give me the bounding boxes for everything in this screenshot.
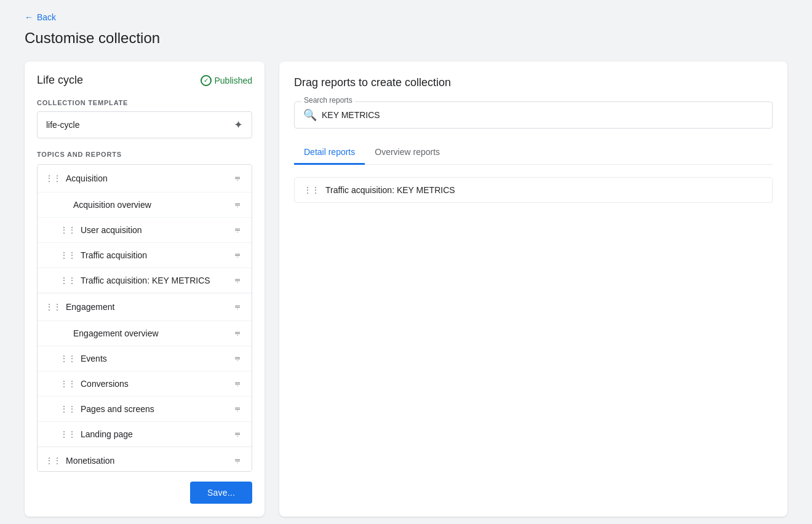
remove-btn-acq-overview[interactable]: ⩦ <box>229 197 244 212</box>
drag-handle-pages-screens[interactable]: ⋮⋮ <box>60 404 76 414</box>
drag-handle-engagement[interactable]: ⋮⋮ <box>45 302 61 312</box>
remove-btn-conversions[interactable]: ⩦ <box>229 376 244 391</box>
sub-row-landing-page[interactable]: ⋮⋮ Landing page ⩦ <box>38 421 252 447</box>
sub-name-conversions: Conversions <box>81 379 229 389</box>
sub-row-acq-overview[interactable]: Acquisition overview ⩦ <box>38 192 252 217</box>
topic-group-acquisition: ⋮⋮ Acquisition ⩦ Acquisition overview ⩦ … <box>38 165 252 293</box>
remove-btn-monetisation[interactable]: ⩦ <box>229 453 244 468</box>
sub-row-pages-screens[interactable]: ⋮⋮ Pages and screens ⩦ <box>38 396 252 421</box>
sub-name-events: Events <box>81 354 229 363</box>
topic-name-acquisition: Acquisition <box>66 173 229 183</box>
back-label: Back <box>37 12 56 22</box>
sub-name-landing-page: Landing page <box>81 429 229 439</box>
right-card: Drag reports to create collection Search… <box>279 62 787 517</box>
search-box: Search reports 🔍 <box>294 101 773 129</box>
sub-name-user-acq: User acquisition <box>81 225 229 235</box>
back-link[interactable]: ← Back <box>25 12 56 22</box>
report-name-traffic-acq-key: Traffic acquisition: KEY METRICS <box>325 185 455 195</box>
topic-header-engagement[interactable]: ⋮⋮ Engagement ⩦ <box>38 293 252 320</box>
published-label: Published <box>215 76 253 85</box>
drag-handle-monetisation[interactable]: ⋮⋮ <box>45 456 61 466</box>
drag-handle-traffic-acq-key[interactable]: ⋮⋮ <box>60 276 76 285</box>
save-btn-container: Save... <box>37 472 252 504</box>
published-check-icon: ✓ <box>201 75 212 86</box>
template-value: life-cycle <box>46 120 79 130</box>
sub-row-eng-overview[interactable]: Engagement overview ⩦ <box>38 320 252 346</box>
remove-btn-user-acq[interactable]: ⩦ <box>229 223 244 237</box>
sub-row-user-acq[interactable]: ⋮⋮ User acquisition ⩦ <box>38 217 252 242</box>
tab-detail[interactable]: Detail reports <box>294 141 365 165</box>
save-button[interactable]: Save... <box>190 482 252 504</box>
main-layout: Life cycle ✓ Published COLLECTION TEMPLA… <box>25 62 787 517</box>
topic-header-monetisation[interactable]: ⋮⋮ Monetisation ⩦ <box>38 447 252 472</box>
tab-overview[interactable]: Overview reports <box>365 141 450 165</box>
remove-btn-pages-screens[interactable]: ⩦ <box>229 402 244 416</box>
page-title: Customise collection <box>25 30 787 47</box>
sub-name-traffic-acq: Traffic acquisition <box>81 250 229 260</box>
drag-reports-title: Drag reports to create collection <box>294 76 773 89</box>
topic-header-acquisition[interactable]: ⋮⋮ Acquisition ⩦ <box>38 165 252 192</box>
topics-reports-label: TOPICS AND REPORTS <box>37 151 252 158</box>
remove-btn-engagement[interactable]: ⩦ <box>229 300 244 314</box>
search-input-wrapper: 🔍 <box>294 101 773 129</box>
report-row-traffic-acq-key[interactable]: ⋮⋮ Traffic acquisition: KEY METRICS <box>294 177 773 203</box>
drag-handle-events[interactable]: ⋮⋮ <box>60 354 76 363</box>
left-card: Life cycle ✓ Published COLLECTION TEMPLA… <box>25 62 265 517</box>
sub-name-eng-overview: Engagement overview <box>73 328 229 338</box>
sub-name-traffic-acq-key: Traffic acquisition: KEY METRICS <box>81 276 229 285</box>
sub-name-pages-screens: Pages and screens <box>81 404 229 414</box>
drag-handle-landing-page[interactable]: ⋮⋮ <box>60 429 76 439</box>
sub-row-conversions[interactable]: ⋮⋮ Conversions ⩦ <box>38 371 252 396</box>
tabs-row: Detail reportsOverview reports <box>294 141 773 165</box>
topic-name-engagement: Engagement <box>66 302 229 312</box>
remove-btn-eng-overview[interactable]: ⩦ <box>229 326 244 341</box>
topic-group-engagement: ⋮⋮ Engagement ⩦ Engagement overview ⩦ ⋮⋮… <box>38 293 252 447</box>
topics-list: ⋮⋮ Acquisition ⩦ Acquisition overview ⩦ … <box>37 164 252 472</box>
published-badge: ✓ Published <box>201 75 253 86</box>
topic-name-monetisation: Monetisation <box>66 456 229 466</box>
sub-row-traffic-acq-key[interactable]: ⋮⋮ Traffic acquisition: KEY METRICS ⩦ <box>38 268 252 293</box>
template-select[interactable]: life-cycle ✦ <box>37 111 252 138</box>
remove-btn-traffic-acq[interactable]: ⩦ <box>229 248 244 263</box>
topic-group-monetisation: ⋮⋮ Monetisation ⩦ <box>38 447 252 472</box>
card-header: Life cycle ✓ Published <box>37 74 252 87</box>
sub-row-traffic-acq[interactable]: ⋮⋮ Traffic acquisition ⩦ <box>38 242 252 268</box>
drag-handle-traffic-acq[interactable]: ⋮⋮ <box>60 250 76 260</box>
reports-list: ⋮⋮ Traffic acquisition: KEY METRICS <box>294 177 773 203</box>
template-settings-icon: ✦ <box>234 118 243 132</box>
drag-handle-acquisition[interactable]: ⋮⋮ <box>45 173 61 183</box>
collection-template-label: COLLECTION TEMPLATE <box>37 99 252 106</box>
search-label: Search reports <box>301 96 355 105</box>
drag-handle-conversions[interactable]: ⋮⋮ <box>60 379 76 389</box>
search-icon: 🔍 <box>303 108 317 122</box>
remove-btn-landing-page[interactable]: ⩦ <box>229 427 244 442</box>
report-drag-handle-traffic-acq-key[interactable]: ⋮⋮ <box>303 185 319 195</box>
collection-title: Life cycle <box>37 74 83 87</box>
remove-btn-acquisition[interactable]: ⩦ <box>229 171 244 186</box>
remove-btn-events[interactable]: ⩦ <box>229 351 244 366</box>
drag-handle-user-acq[interactable]: ⋮⋮ <box>60 225 76 235</box>
search-input[interactable] <box>322 110 763 120</box>
sub-row-events[interactable]: ⋮⋮ Events ⩦ <box>38 346 252 371</box>
back-arrow-icon: ← <box>25 12 33 22</box>
sub-name-acq-overview: Acquisition overview <box>73 200 229 210</box>
remove-btn-traffic-acq-key[interactable]: ⩦ <box>229 273 244 288</box>
